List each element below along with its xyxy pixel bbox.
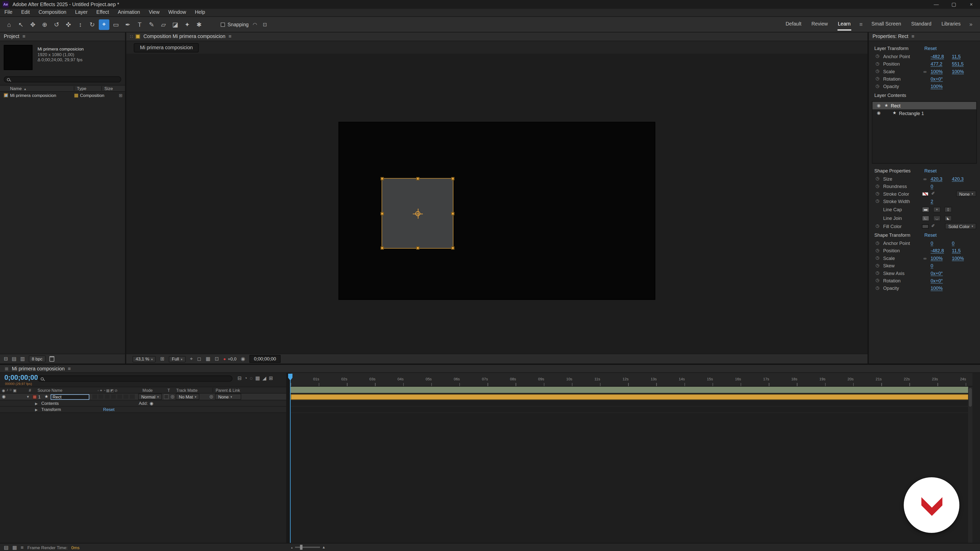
handle-bottom-right[interactable]	[451, 246, 454, 249]
rectangle-tool-icon[interactable]: ▭	[110, 19, 121, 30]
anchor-x-value[interactable]: -482,8	[931, 53, 950, 59]
stopwatch-icon[interactable]: ◷	[874, 270, 880, 275]
menu-file[interactable]: File	[0, 9, 17, 16]
exposure-value[interactable]: +0,0	[228, 357, 237, 361]
collapse-switch[interactable]	[98, 394, 103, 399]
effects-switch[interactable]	[110, 394, 116, 399]
line-join-bevel-button[interactable]: ◣	[944, 215, 952, 221]
menu-layer[interactable]: Layer	[71, 9, 92, 16]
snap-features-icon[interactable]: ⊡	[261, 21, 269, 27]
pan-camera-tool-icon[interactable]: ✜	[63, 19, 74, 30]
stopwatch-icon[interactable]: ◷	[874, 263, 880, 268]
stopwatch-icon[interactable]: ◷	[874, 191, 880, 196]
magnification-dropdown[interactable]: 43,1 %	[132, 356, 156, 362]
line-join-round-button[interactable]: ◡	[933, 215, 940, 221]
interpret-footage-icon[interactable]: ⊟	[4, 356, 8, 362]
snapping-checkbox[interactable]	[221, 22, 225, 27]
stopwatch-icon[interactable]: ◷	[874, 68, 880, 74]
properties-tab-label[interactable]: Properties: Rect	[873, 34, 908, 39]
stopwatch-icon[interactable]: ◷	[874, 61, 880, 66]
column-parent-link[interactable]: Parent & Link	[213, 388, 286, 392]
roundness-value[interactable]: 0	[931, 183, 950, 189]
eyedropper-icon[interactable]: ✐	[931, 224, 935, 229]
timeline-vertical-scrollbar[interactable]	[968, 387, 972, 543]
shape-layer-rect[interactable]	[382, 179, 453, 248]
transform-reset-button[interactable]: Reset	[103, 407, 115, 412]
link-icon[interactable]: ∞	[922, 69, 928, 73]
handle-top-left[interactable]	[380, 177, 383, 180]
zoom-slider-track[interactable]	[295, 547, 320, 548]
column-name[interactable]: Name ▲	[0, 86, 74, 91]
selection-tool-icon[interactable]: ↖	[16, 19, 26, 30]
position-x-value[interactable]: 477,2	[931, 61, 950, 67]
scale-y-value[interactable]: 100%	[952, 68, 970, 74]
roto-brush-tool-icon[interactable]: ✦	[182, 19, 192, 30]
column-mode[interactable]: Mode	[142, 388, 167, 392]
timeline-options-icon[interactable]: ≡	[21, 545, 24, 550]
home-icon[interactable]: ⌂	[4, 19, 14, 30]
timeline-ruler[interactable]: 01s02s03s04s05s06s07s08s09s10s11s12s13s1…	[291, 373, 973, 387]
handle-top-center[interactable]	[416, 177, 419, 180]
grid-options-icon[interactable]: ⊞	[160, 356, 164, 362]
link-icon[interactable]: ∞	[922, 176, 928, 181]
handle-top-right[interactable]	[451, 177, 454, 180]
blend-mode-dropdown[interactable]: Normal	[138, 394, 162, 400]
expand-layers-icon[interactable]: ▦	[12, 545, 17, 550]
size-y-value[interactable]: 420,3	[952, 176, 970, 181]
composition-viewport[interactable]	[126, 54, 867, 354]
motion-blur-icon[interactable]: ◢	[262, 375, 266, 381]
pixel-aspect-icon[interactable]: ⊡	[215, 356, 219, 362]
draft-3d-icon[interactable]: ◔	[244, 375, 247, 381]
stopwatch-icon[interactable]: ◷	[874, 84, 880, 89]
twirl-closed-icon[interactable]: ▶	[35, 408, 41, 411]
workspace-standard[interactable]: Standard	[906, 17, 937, 32]
st-anchor-y-value[interactable]: 0	[952, 240, 970, 246]
anchor-y-value[interactable]: 11,5	[952, 53, 970, 59]
dolly-camera-tool-icon[interactable]: ↕	[75, 19, 86, 30]
timeline-search-input[interactable]	[38, 375, 232, 382]
rotation-value[interactable]: 0x+0°	[931, 76, 950, 82]
project-panel-menu-icon[interactable]: ≡	[22, 34, 25, 39]
eye-icon[interactable]: ◉	[0, 394, 7, 399]
minimize-icon[interactable]: —	[928, 0, 945, 9]
track-matte-pickwhip-icon[interactable]: ◎	[171, 394, 175, 399]
layer-label-color[interactable]	[32, 395, 37, 399]
project-bpc-button[interactable]: 8 bpc	[29, 355, 45, 362]
hand-tool-icon[interactable]: ✥	[27, 19, 38, 30]
handle-bottom-left[interactable]	[380, 246, 383, 249]
menu-window[interactable]: Window	[164, 9, 190, 16]
snap-edges-icon[interactable]: ◠	[251, 21, 259, 27]
add-target-icon[interactable]: ◉	[150, 401, 153, 406]
close-icon[interactable]: ×	[963, 0, 980, 9]
column-preserve-transparency[interactable]: T	[167, 388, 176, 392]
type-tool-icon[interactable]: T	[135, 19, 145, 30]
shy-switch[interactable]	[92, 394, 97, 399]
st-anchor-x-value[interactable]: 0	[931, 240, 950, 246]
pan-behind-tool-icon[interactable]: ⌖	[99, 19, 110, 30]
link-icon[interactable]: ∞	[922, 256, 928, 260]
exposure-control[interactable]: ● +0,0	[223, 357, 237, 361]
menu-composition[interactable]: Composition	[34, 9, 71, 16]
menu-effect[interactable]: Effect	[92, 9, 113, 16]
column-type[interactable]: Type	[74, 86, 101, 91]
timeline-panel-menu-icon[interactable]: ≡	[68, 366, 71, 372]
stroke-width-value[interactable]: 2	[931, 198, 950, 204]
preserve-transparency-toggle[interactable]	[164, 394, 169, 399]
region-of-interest-icon[interactable]: ⌖	[190, 356, 192, 362]
st-scale-y-value[interactable]: 100%	[952, 255, 970, 261]
comp-markers-icon[interactable]: ▤	[4, 545, 9, 550]
st-scale-x-value[interactable]: 100%	[931, 255, 950, 261]
stopwatch-icon[interactable]: ◷	[874, 286, 880, 291]
stopwatch-icon[interactable]: ◷	[874, 248, 880, 253]
line-join-miter-button[interactable]: ∟	[922, 215, 929, 221]
clone-stamp-tool-icon[interactable]: ▱	[158, 19, 169, 30]
transparency-grid-icon[interactable]: ◻	[197, 356, 201, 362]
project-tab-label[interactable]: Project	[4, 34, 19, 39]
anchor-point-icon[interactable]	[415, 211, 420, 216]
column-source-name[interactable]: Source Name	[38, 388, 97, 392]
stopwatch-icon[interactable]: ◷	[874, 184, 880, 189]
twirl-closed-icon[interactable]: ▶	[35, 401, 41, 405]
playhead-line[interactable]	[290, 375, 290, 543]
layer-duration-bar[interactable]	[291, 394, 969, 400]
brush-tool-icon[interactable]: ✎	[146, 19, 157, 30]
